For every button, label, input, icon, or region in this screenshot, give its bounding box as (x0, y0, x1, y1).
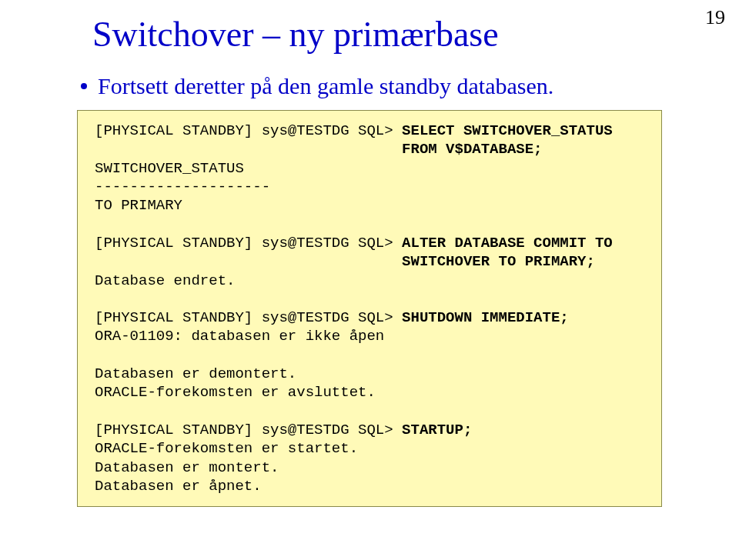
code-blank (95, 216, 103, 233)
code-blank (95, 347, 103, 364)
code-line: Database endret. (95, 272, 235, 289)
code-line: ORA-01109: databasen er ikke åpen (95, 328, 384, 345)
code-bold: ALTER DATABASE COMMIT TO (402, 235, 613, 252)
bullet-text: Fortsett deretter på den gamle standby d… (98, 73, 553, 99)
code-bold: FROM V$DATABASE; (402, 141, 542, 158)
code-bold: STARTUP; (402, 422, 472, 438)
code-line: -------------------- (95, 178, 270, 195)
code-line: Databasen er montert. (95, 459, 279, 476)
code-line: [PHYSICAL STANDBY] sys@TESTDG SQL> (95, 422, 402, 438)
slide-title: Switchover – ny primærbase (92, 14, 693, 55)
code-line (95, 141, 402, 158)
code-line: SWITCHOVER_STATUS (95, 160, 244, 177)
code-line: [PHYSICAL STANDBY] sys@TESTDG SQL> (95, 235, 402, 252)
page-number: 19 (705, 6, 725, 29)
code-line (95, 253, 402, 270)
code-line: [PHYSICAL STANDBY] sys@TESTDG SQL> (95, 309, 402, 326)
bullet-line: Fortsett deretter på den gamle standby d… (81, 73, 693, 99)
code-line: Databasen er åpnet. (95, 478, 262, 495)
code-blank (95, 403, 103, 420)
code-bold: SELECT SWITCHOVER_STATUS (402, 122, 613, 139)
code-box: [PHYSICAL STANDBY] sys@TESTDG SQL> SELEC… (77, 110, 662, 507)
slide-page: 19 Switchover – ny primærbase Fortsett d… (0, 0, 739, 507)
code-line: ORACLE-forekomsten er startet. (95, 440, 358, 457)
code-line: ORACLE-forekomsten er avsluttet. (95, 384, 376, 401)
code-line: TO PRIMARY (95, 197, 182, 214)
bullet-icon (81, 83, 87, 89)
code-bold: SWITCHOVER TO PRIMARY; (402, 253, 595, 270)
code-line: Databasen er demontert. (95, 365, 296, 382)
code-bold: SHUTDOWN IMMEDIATE; (402, 309, 569, 326)
code-line: [PHYSICAL STANDBY] sys@TESTDG SQL> (95, 122, 402, 139)
code-blank (95, 291, 103, 308)
